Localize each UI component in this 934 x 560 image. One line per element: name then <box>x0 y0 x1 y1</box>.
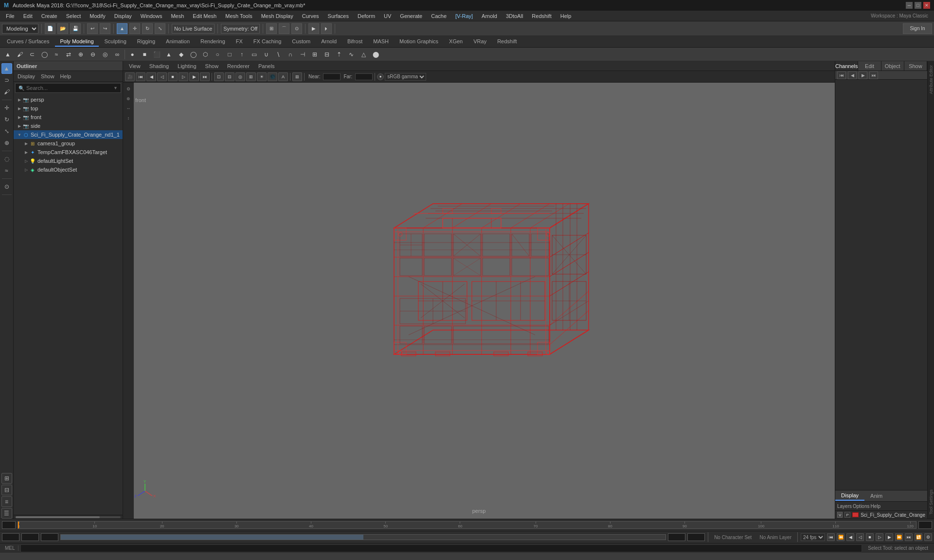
rp-back-btn[interactable]: ◀ <box>848 71 857 79</box>
outliner-menu-show[interactable]: Show <box>39 72 56 80</box>
range-track[interactable] <box>60 534 666 540</box>
new-scene-button[interactable]: 📄 <box>45 23 55 34</box>
shelf-helix[interactable]: ↑ <box>236 49 248 60</box>
shelf-path[interactable]: ≈ <box>51 49 62 60</box>
shelf-shrink[interactable]: ⊖ <box>87 49 99 60</box>
playback-stop[interactable]: ■ <box>866 533 874 541</box>
tab-animation[interactable]: Animation <box>161 37 195 47</box>
rotate-tool-button[interactable]: ↻ <box>142 23 153 34</box>
time-current-start[interactable]: 1 <box>2 521 16 529</box>
vp-strip-btn1[interactable]: ⚙ <box>124 85 133 93</box>
tab-anim[interactable]: Anim <box>864 491 888 500</box>
menu-curves[interactable]: Curves <box>298 12 323 20</box>
scale-tool-button[interactable]: ⤡ <box>155 23 165 34</box>
tab-object[interactable]: Object <box>881 61 904 70</box>
layer-manager[interactable]: ☰ <box>1 508 12 519</box>
shelf-cylinder[interactable]: ⬛ <box>151 49 162 60</box>
vp-lighting[interactable]: ☀ <box>257 72 267 81</box>
tab-redshift[interactable]: Redshift <box>492 37 521 47</box>
search-input[interactable] <box>26 85 111 91</box>
help-label[interactable]: Help <box>870 504 880 509</box>
vp-play-back[interactable]: ◁ <box>157 72 167 81</box>
outliner-item-front[interactable]: ▶ 📷 front <box>14 113 123 122</box>
layers-label[interactable]: Layers <box>837 504 852 509</box>
shelf-nurbs-sphere[interactable]: ○ <box>212 49 223 60</box>
menu-mesh-tools[interactable]: Mesh Tools <box>221 12 256 20</box>
layer-type-btn[interactable]: P <box>844 512 850 518</box>
layer-item[interactable]: V P Sci_Fi_Supply_Crate_Orange <box>835 511 927 519</box>
vp-strip-btn4[interactable]: ↕ <box>124 114 133 122</box>
outliner-scrollbar[interactable] <box>14 515 123 519</box>
tab-show[interactable]: Show <box>904 61 927 70</box>
no-live-surface-label[interactable]: No Live Surface <box>172 24 215 34</box>
vp-strip-btn2[interactable]: ⊕ <box>124 94 133 103</box>
tab-poly-modeling[interactable]: Poly Modeling <box>55 37 98 47</box>
menu-mesh[interactable]: Mesh <box>167 12 188 20</box>
vp-grid-toggle[interactable]: ⊞ <box>292 72 302 81</box>
shelf-torus[interactable]: ◯ <box>187 49 199 60</box>
vp-fwd-frame[interactable]: ▶ <box>189 72 199 81</box>
snap-point-button[interactable]: ⊙ <box>291 23 302 34</box>
snap-grid-button[interactable]: ⊞ <box>266 23 277 34</box>
snap-curve-button[interactable]: ⌒ <box>279 23 289 34</box>
tab-fx-caching[interactable]: FX Caching <box>249 37 286 47</box>
shelf-sphere[interactable]: ● <box>126 49 138 60</box>
vp-prev-key[interactable]: ⏮ <box>136 72 145 81</box>
outliner-item-camera-group[interactable]: ▶ ⊞ camera1_group <box>14 139 123 148</box>
outliner-search-bar[interactable]: 🔍 ▼ <box>15 83 121 93</box>
render-button[interactable]: ▶ <box>308 23 319 34</box>
menu-redshift[interactable]: Redshift <box>528 12 555 20</box>
shelf-convert[interactable]: ⇄ <box>63 49 74 60</box>
shelf-paint[interactable]: 🖌 <box>14 49 26 60</box>
vp-shadows[interactable]: 🌑 <box>268 72 277 81</box>
save-button[interactable]: 💾 <box>70 23 81 34</box>
shelf-grow[interactable]: ⊕ <box>75 49 87 60</box>
playback-next-key[interactable]: ⏩ <box>895 533 903 541</box>
universal-manip[interactable]: ⊕ <box>1 138 12 148</box>
settings-button[interactable]: ⚙ <box>924 533 932 541</box>
rp-next-btn[interactable]: ⏭ <box>869 71 878 79</box>
vp-strip-btn3[interactable]: ↔ <box>124 104 133 113</box>
shelf-select[interactable]: ▲ <box>2 49 14 60</box>
shelf-cone[interactable]: ▲ <box>163 49 175 60</box>
rotate-tool[interactable]: ↻ <box>1 114 12 125</box>
tab-channels[interactable]: Channels <box>835 61 858 70</box>
menu-file[interactable]: File <box>2 12 18 20</box>
vp-next-key[interactable]: ⏭ <box>200 72 210 81</box>
playback-play-fwd[interactable]: ▷ <box>876 533 883 541</box>
shelf-loop[interactable]: ◯ <box>38 49 50 60</box>
menu-3dtall[interactable]: 3DtoAll <box>502 12 527 20</box>
menu-generate[interactable]: Generate <box>396 12 426 20</box>
sign-in-button[interactable]: Sign In <box>903 23 932 34</box>
range-current-input[interactable]: 1 <box>21 533 39 541</box>
select-tool[interactable]: ▲ <box>1 63 12 74</box>
tab-edit[interactable]: Edit <box>858 61 881 70</box>
shelf-combine[interactable]: ⊞ <box>309 49 321 60</box>
playback-fwd[interactable]: ▶ <box>885 533 893 541</box>
undo-button[interactable]: ↩ <box>87 23 98 34</box>
show-manipulator[interactable]: ⊙ <box>1 181 12 192</box>
shelf-boolean-union[interactable]: ∪ <box>260 49 272 60</box>
move-tool-button[interactable]: ✛ <box>129 23 140 34</box>
range-current-frame[interactable]: 1 <box>41 533 58 541</box>
soft-select[interactable]: ◌ <box>1 154 12 164</box>
vp-menu-panels[interactable]: Panels <box>254 62 279 70</box>
tab-curves-surfaces[interactable]: Curves / Surfaces <box>2 37 54 47</box>
playback-back[interactable]: ◀ <box>846 533 854 541</box>
layer-visibility-btn[interactable]: V <box>837 512 843 518</box>
tab-display[interactable]: Display <box>835 491 864 501</box>
vp-menu-lighting[interactable]: Lighting <box>174 62 200 70</box>
rp-fwd-btn[interactable]: ▶ <box>859 71 867 79</box>
vp-smooth[interactable]: ◎ <box>235 72 245 81</box>
menu-modify[interactable]: Modify <box>86 12 109 20</box>
attribute-editor-label[interactable]: Attribute Editor <box>929 61 934 98</box>
tab-rendering[interactable]: Rendering <box>196 37 230 47</box>
vp-color-space-select[interactable]: sRGB gamma <box>385 73 426 81</box>
search-dropdown-icon[interactable]: ▼ <box>113 86 118 90</box>
options-label[interactable]: Options <box>853 504 869 509</box>
menu-edit-mesh[interactable]: Edit Mesh <box>189 12 220 20</box>
shelf-extract[interactable]: ⇡ <box>333 49 345 60</box>
shelf-smooth[interactable]: ∿ <box>345 49 357 60</box>
symmetry-label[interactable]: Symmetry: Off <box>221 24 260 34</box>
shelf-ring[interactable]: ◎ <box>99 49 111 60</box>
